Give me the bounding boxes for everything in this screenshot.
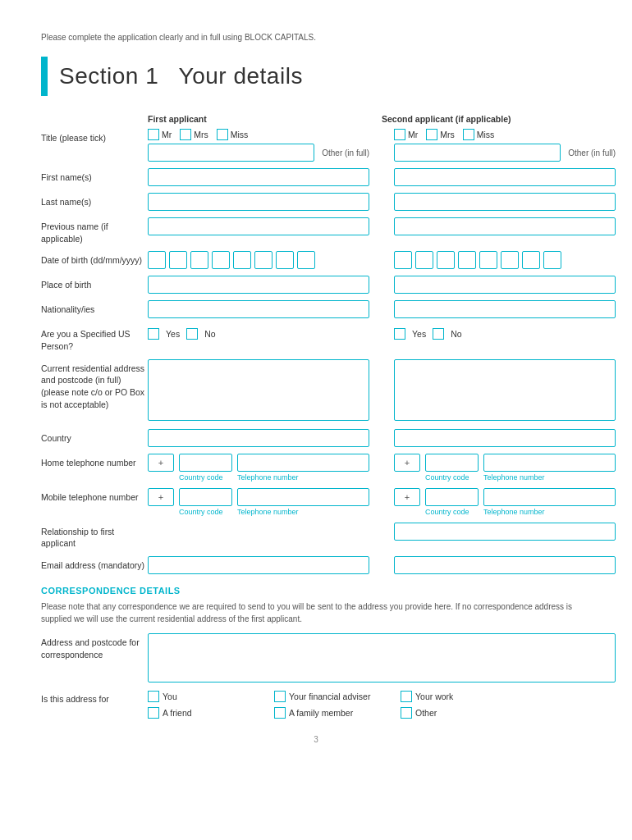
second-firstname-col xyxy=(394,168,616,186)
second-dob-m1[interactable] xyxy=(437,251,455,269)
first-mobile-phone-inputs: + xyxy=(148,488,369,506)
first-dob-y2[interactable] xyxy=(254,251,272,269)
second-home-phone-group: + Country code Telephone number xyxy=(394,454,616,482)
first-dob-d1[interactable] xyxy=(148,251,166,269)
first-us-no-checkbox[interactable] xyxy=(186,328,198,340)
address-row: Current residential address and postcode… xyxy=(41,359,591,422)
email-label: Email address (mandatory) xyxy=(41,556,148,572)
second-dob-y3[interactable] xyxy=(522,251,540,269)
first-home-phone-inputs: + xyxy=(148,454,369,472)
nationality-fields xyxy=(148,300,616,318)
correspondence-header: CORRESPONDENCE DETAILS xyxy=(41,586,591,596)
second-home-phone-inputs: + xyxy=(394,454,616,472)
first-us-yes-checkbox[interactable] xyxy=(148,328,159,340)
dob-row: Date of birth (dd/mm/yyyy) xyxy=(41,251,591,269)
addr-you-checkbox[interactable] xyxy=(148,691,159,702)
second-dob-m2[interactable] xyxy=(458,251,476,269)
second-dob-y4[interactable] xyxy=(543,251,561,269)
addr-other-checkbox[interactable] xyxy=(401,707,412,719)
first-mobile-number[interactable] xyxy=(237,488,369,506)
second-other-input[interactable] xyxy=(394,144,561,162)
first-mr-item: Mr xyxy=(148,129,172,140)
second-mr-item: Mr xyxy=(394,129,418,140)
first-other-input[interactable] xyxy=(148,144,314,162)
first-miss-checkbox[interactable] xyxy=(217,129,228,140)
second-applicant-header: Second applicant (if applicable) xyxy=(382,114,591,124)
second-dob-d1[interactable] xyxy=(394,251,412,269)
page-number: 3 xyxy=(41,735,591,744)
second-dob-group xyxy=(394,251,616,269)
second-prevname-input[interactable] xyxy=(394,217,616,235)
first-prevname-input[interactable] xyxy=(148,217,369,235)
section-bar xyxy=(41,57,48,96)
first-address-textarea[interactable] xyxy=(148,359,369,421)
second-email-input[interactable] xyxy=(394,556,616,574)
first-dob-m2[interactable] xyxy=(212,251,230,269)
second-us-no-checkbox[interactable] xyxy=(433,328,444,340)
addr-work-label: Your work xyxy=(415,692,453,701)
section-title: Section 1 Your details xyxy=(59,63,303,89)
addr-you-label: You xyxy=(163,692,177,701)
first-mrs-checkbox[interactable] xyxy=(180,129,191,140)
first-firstname-input[interactable] xyxy=(148,168,369,186)
first-dob-d2[interactable] xyxy=(169,251,187,269)
second-dob-d2[interactable] xyxy=(415,251,433,269)
second-mobile-phone-inputs: + xyxy=(394,488,616,506)
first-nationality-input[interactable] xyxy=(148,300,369,318)
second-home-country-code[interactable] xyxy=(425,454,479,472)
second-title-col: Mr Mrs Miss Other (in full) xyxy=(394,129,616,162)
addr-friend-checkbox[interactable] xyxy=(148,707,159,719)
second-mobile-number[interactable] xyxy=(483,488,616,506)
mobile-tel-label: Mobile telephone number xyxy=(41,488,148,504)
second-lastname-input[interactable] xyxy=(394,193,616,211)
second-mobile-country-code[interactable] xyxy=(425,488,479,506)
second-nationality-input[interactable] xyxy=(394,300,616,318)
home-tel-fields: + Country code Telephone number + xyxy=(148,454,616,482)
second-pob-col xyxy=(394,276,616,294)
second-firstname-input[interactable] xyxy=(394,168,616,186)
second-pob-input[interactable] xyxy=(394,276,616,294)
second-home-number[interactable] xyxy=(483,454,616,472)
second-mr-checkbox[interactable] xyxy=(394,129,405,140)
first-country-input[interactable] xyxy=(148,429,369,447)
first-dob-m1[interactable] xyxy=(190,251,208,269)
second-home-tn-label: Telephone number xyxy=(483,473,616,482)
second-miss-checkbox[interactable] xyxy=(463,129,474,140)
second-mrs-item: Mrs xyxy=(426,129,455,140)
first-dob-group xyxy=(148,251,369,269)
first-home-number[interactable] xyxy=(237,454,369,472)
first-us-col: Yes No xyxy=(148,325,369,343)
second-relationship-input[interactable] xyxy=(394,523,616,541)
pob-fields xyxy=(148,276,616,294)
first-email-input[interactable] xyxy=(148,556,369,574)
first-pob-input[interactable] xyxy=(148,276,369,294)
first-dob-col xyxy=(148,251,369,269)
addr-family-checkbox[interactable] xyxy=(274,707,286,719)
first-home-country-code[interactable] xyxy=(179,454,232,472)
second-lastname-col xyxy=(394,193,616,211)
first-dob-y4[interactable] xyxy=(297,251,315,269)
first-dob-y3[interactable] xyxy=(276,251,294,269)
second-dob-y2[interactable] xyxy=(501,251,519,269)
first-mr-checkbox[interactable] xyxy=(148,129,159,140)
home-tel-row: Home telephone number + Country code Tel… xyxy=(41,454,591,482)
addr-adviser-checkbox[interactable] xyxy=(274,691,286,702)
corr-address-textarea[interactable] xyxy=(148,633,616,682)
first-lastname-input[interactable] xyxy=(148,193,369,211)
addr-work-checkbox[interactable] xyxy=(401,691,412,702)
second-country-col xyxy=(394,429,616,447)
addr-friend-label: A friend xyxy=(163,708,192,718)
last-names-fields xyxy=(148,193,616,211)
last-names-row: Last name(s) xyxy=(41,193,591,211)
first-mobile-country-code[interactable] xyxy=(179,488,232,506)
second-mobile-tel-col: + Country code Telephone number xyxy=(394,488,616,516)
first-us-yes-label: Yes xyxy=(166,329,180,339)
first-dob-y1[interactable] xyxy=(233,251,251,269)
country-label: Country xyxy=(41,429,148,445)
second-us-yes-checkbox[interactable] xyxy=(394,328,405,340)
second-dob-y1[interactable] xyxy=(479,251,497,269)
second-country-input[interactable] xyxy=(394,429,616,447)
second-mrs-checkbox[interactable] xyxy=(426,129,437,140)
previous-name-label: Previous name (if applicable) xyxy=(41,217,148,244)
second-address-textarea[interactable] xyxy=(394,359,616,421)
